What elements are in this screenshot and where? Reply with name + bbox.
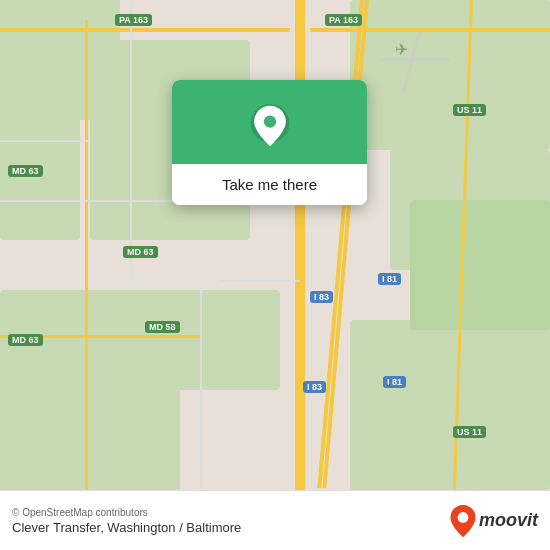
- local-road-1: [130, 0, 132, 280]
- i81-label-bottom: I 81: [383, 376, 406, 388]
- md63-label-1: MD 63: [8, 165, 43, 177]
- pa163-label-right: PA 163: [325, 14, 362, 26]
- popup-card: Take me there: [172, 80, 367, 205]
- svg-point-2: [458, 512, 469, 523]
- pa163-road-2: [310, 28, 550, 32]
- us11-label-top: US 11: [453, 104, 486, 116]
- moovit-brand-text: moovit: [479, 510, 538, 531]
- md58-label: MD 58: [145, 321, 180, 333]
- md63-road: [85, 20, 88, 490]
- local-road-5: [0, 140, 90, 142]
- i83-highway-2: [300, 0, 305, 490]
- copyright-text: © OpenStreetMap contributors: [12, 507, 241, 518]
- green-area: [350, 320, 550, 490]
- moovit-logo: moovit: [449, 504, 538, 538]
- local-road-4: [200, 290, 202, 490]
- bottom-info: © OpenStreetMap contributors Clever Tran…: [12, 507, 241, 535]
- bottom-bar: © OpenStreetMap contributors Clever Tran…: [0, 490, 550, 550]
- svg-point-1: [263, 115, 275, 127]
- location-text: Clever Transfer, Washington / Baltimore: [12, 520, 241, 535]
- green-area: [0, 60, 80, 240]
- green-area: [60, 290, 280, 390]
- pa163-label-left: PA 163: [115, 14, 152, 26]
- take-me-there-button[interactable]: Take me there: [172, 164, 367, 205]
- green-area: [410, 200, 550, 330]
- us11-label-bottom: US 11: [453, 426, 486, 438]
- md63-label-2: MD 63: [123, 246, 158, 258]
- pa163-road: [0, 28, 290, 32]
- i83-label-bottom: I 83: [303, 381, 326, 393]
- green-area: [0, 380, 180, 490]
- moovit-pin-icon: [449, 504, 477, 538]
- location-pin-icon: [248, 104, 292, 148]
- popup-header: [172, 80, 367, 164]
- airport-area: ✈: [370, 30, 460, 95]
- md63-label-3: MD 63: [8, 334, 43, 346]
- i83-label-mid: I 83: [310, 291, 333, 303]
- map-container: ✈ Concocheague Cr PA 163 PA 163 MD 63 MD…: [0, 0, 550, 490]
- local-road-3: [220, 280, 300, 282]
- i81-label: I 81: [378, 273, 401, 285]
